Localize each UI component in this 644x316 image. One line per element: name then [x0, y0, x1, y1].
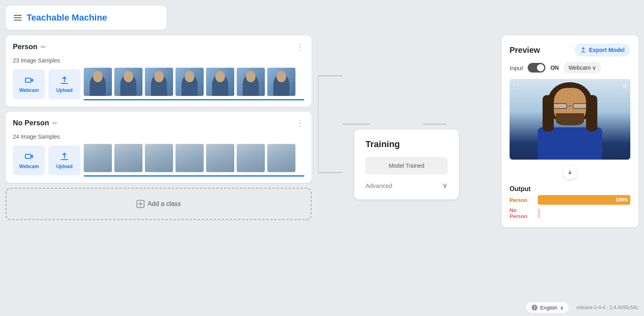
webcam-person-view: ⬚ ⊞ [510, 79, 630, 160]
upload-icon-person [60, 75, 69, 85]
language-label: English [540, 305, 557, 311]
model-trained-button[interactable]: Model Trained [365, 157, 448, 175]
training-card: Training Model Trained Advanced ∨ [354, 129, 459, 200]
thumbnail-nopers-3 [145, 144, 173, 172]
svg-rect-0 [25, 78, 31, 82]
samples-row-person: Webcam Upload [13, 68, 304, 100]
input-toggle[interactable] [528, 63, 545, 73]
export-model-button[interactable]: Export Model [574, 44, 630, 56]
person-glasses [553, 103, 587, 109]
output-row-person: Person 100% [510, 195, 630, 205]
export-icon [580, 47, 586, 53]
add-class-card[interactable]: Add a class [6, 188, 312, 220]
edit-class-no-person-icon[interactable]: ✏ [52, 119, 58, 127]
more-options-no-person-icon[interactable]: ⋮ [296, 118, 304, 128]
class-card-no-person: No Person ✏ ⋮ 24 Image Samples Webcam [6, 112, 312, 183]
thumbnail-person-2 [114, 68, 142, 96]
language-chevron-icon: ∨ [560, 305, 564, 311]
webcam-icon [24, 75, 34, 85]
thumbnail-nopers-7 [267, 144, 295, 172]
progress-bar-no-person-bg [538, 208, 630, 218]
webcam-corner-icon: ⬚ [513, 82, 519, 90]
thumbnail-nopers-5 [206, 144, 234, 172]
glasses-right [573, 103, 587, 109]
app-header: Teachable Machine [6, 6, 167, 30]
thumbnail-person-5 [206, 68, 234, 96]
webcam-icon-no-person [24, 152, 34, 161]
version-label: release-2-4-4 · 2.4.4#95c54c [577, 305, 638, 310]
output-label-person: Person [510, 197, 534, 203]
class-header-person: Person ✏ ⋮ [13, 42, 304, 52]
upload-btn-person[interactable]: Upload [48, 69, 80, 99]
progress-bar-person-fill: 100% [538, 195, 630, 205]
image-count-person: 23 Image Samples [13, 57, 304, 64]
webcam-btn-person-label: Webcam [19, 87, 39, 93]
progress-bar-no-person-fill [538, 208, 540, 218]
hair-left [543, 95, 554, 131]
upload-btn-person-label: Upload [56, 87, 73, 93]
thumbnail-nopers-1 [84, 144, 112, 172]
webcam-btn-no-person-label: Webcam [19, 164, 39, 169]
edit-class-person-icon[interactable]: ✏ [41, 43, 46, 51]
person-body [538, 127, 602, 160]
webcam-controls-icon: ⊞ [622, 82, 627, 89]
progress-bar-person-bg: 100% [538, 195, 630, 205]
add-class-text: Add a class [148, 200, 181, 208]
webcam-btn-person[interactable]: Webcam [13, 69, 45, 99]
upload-btn-no-person[interactable]: Upload [48, 146, 80, 175]
thumbnail-person-6 [237, 68, 265, 96]
thumbnail-nopers-6 [237, 144, 265, 172]
export-label: Export Model [589, 47, 625, 53]
class-name-no-person: No Person [13, 119, 49, 127]
class-card-person: Person ✏ ⋮ 23 Image Samples Webcam [6, 35, 312, 107]
hamburger-menu[interactable] [14, 15, 22, 21]
thumbnail-person-7 [267, 68, 295, 96]
class-title-row-person: Person ✏ [13, 43, 46, 51]
webcam-chevron-icon: ∨ [592, 64, 596, 71]
add-class-icon [136, 200, 144, 208]
on-label: ON [550, 64, 559, 71]
footer: English ∨ release-2-4-4 · 2.4.4#95c54c [0, 299, 644, 316]
download-icon [567, 169, 573, 176]
more-options-person-icon[interactable]: ⋮ [296, 42, 304, 52]
output-section: Output Person 100% No Person [510, 185, 630, 219]
preview-title: Preview [510, 46, 540, 55]
thumbnails-person [84, 68, 304, 100]
add-class-label: Add a class [136, 200, 181, 208]
upload-btn-no-person-label: Upload [56, 164, 73, 169]
advanced-label: Advanced [365, 182, 392, 189]
middle-panel: Training Model Trained Advanced ∨ [318, 35, 495, 293]
thumbnail-nopers-4 [175, 144, 204, 172]
language-selector[interactable]: English ∨ [526, 302, 569, 313]
output-row-no-person: No Person [510, 207, 630, 219]
training-title: Training [365, 139, 448, 150]
output-label-no-person: No Person [510, 207, 534, 219]
glasses-bridge [569, 106, 571, 106]
left-panel: Person ✏ ⋮ 23 Image Samples Webcam [6, 35, 312, 293]
thumbnail-person-1 [84, 68, 112, 96]
thumbnails-no-person [84, 144, 304, 177]
progress-person-label: 100% [615, 197, 628, 203]
person-beard [556, 113, 584, 125]
main-content: Person ✏ ⋮ 23 Image Samples Webcam [0, 30, 644, 299]
webcam-btn-no-person[interactable]: Webcam [13, 146, 45, 175]
class-header-no-person: No Person ✏ ⋮ [13, 118, 304, 128]
advanced-row[interactable]: Advanced ∨ [365, 181, 448, 190]
webcam-feed: ⬚ ⊞ [510, 79, 630, 160]
class-name-person: Person [13, 43, 37, 51]
hair-right [586, 95, 597, 131]
download-arrow-button[interactable] [563, 165, 577, 180]
chevron-down-icon: ∨ [442, 181, 448, 190]
webcam-select-label: Webcam [568, 64, 590, 71]
toggle-slider [528, 63, 545, 73]
globe-icon [531, 304, 538, 311]
thumbnail-person-3 [145, 68, 173, 96]
webcam-select-btn[interactable]: Webcam ∨ [564, 62, 601, 73]
input-row: Input ON Webcam ∨ [510, 62, 630, 73]
input-label: Input [510, 64, 523, 71]
glasses-left [553, 103, 567, 109]
app-title: Teachable Machine [27, 12, 107, 23]
image-count-no-person: 24 Image Samples [13, 133, 304, 140]
preview-panel: Preview Export Model Input ON Webcam ∨ [502, 35, 638, 227]
thumbnail-nopers-2 [114, 144, 142, 172]
